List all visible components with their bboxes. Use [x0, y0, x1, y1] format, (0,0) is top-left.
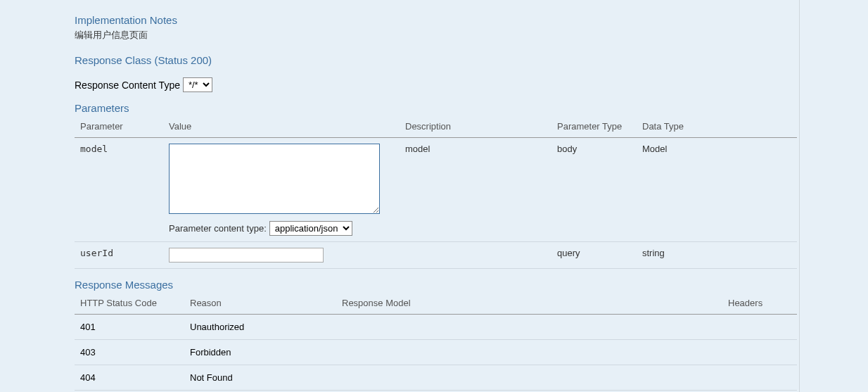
param-description: model — [400, 138, 551, 242]
col-data-type: Data Type — [637, 117, 797, 138]
resp-reason: Forbidden — [184, 340, 336, 365]
param-type: body — [551, 138, 637, 242]
resp-reason: Unauthorized — [184, 315, 336, 340]
param-name: model — [75, 138, 163, 242]
response-content-type-label: Response Content Type — [75, 80, 180, 91]
implementation-notes-heading: Implementation Notes — [75, 14, 797, 26]
param-content-type-select[interactable]: application/json — [269, 221, 352, 236]
response-row-401: 401 Unauthorized — [75, 315, 797, 340]
response-class-heading: Response Class (Status 200) — [75, 54, 797, 66]
param-data-type: string — [637, 242, 797, 269]
param-value-textarea[interactable] — [169, 144, 380, 214]
resp-model — [336, 340, 722, 365]
col-parameter-type: Parameter Type — [551, 117, 637, 138]
response-row-403: 403 Forbidden — [75, 340, 797, 365]
response-row-404: 404 Not Found — [75, 365, 797, 391]
param-type: query — [551, 242, 637, 269]
col-response-model: Response Model — [336, 293, 722, 315]
implementation-notes-text: 编辑用户信息页面 — [75, 29, 797, 42]
resp-model — [336, 315, 722, 340]
parameter-row-userid: userId query string — [75, 242, 797, 269]
param-name: userId — [75, 242, 163, 269]
col-value: Value — [163, 117, 400, 138]
response-content-type-row: Response Content Type */* — [75, 77, 797, 92]
resp-headers — [722, 340, 797, 365]
response-content-type-select[interactable]: */* — [183, 77, 212, 92]
col-description: Description — [400, 117, 551, 138]
parameter-row-model: model Parameter content type: applicatio… — [75, 138, 797, 242]
resp-headers — [722, 365, 797, 391]
col-headers: Headers — [722, 293, 797, 315]
param-content-type-row: Parameter content type: application/json — [169, 221, 394, 236]
col-parameter: Parameter — [75, 117, 163, 138]
parameters-header-row: Parameter Value Description Parameter Ty… — [75, 117, 797, 138]
resp-headers — [722, 315, 797, 340]
resp-code: 403 — [75, 340, 184, 365]
param-content-type-label: Parameter content type: — [169, 223, 267, 234]
resp-code: 401 — [75, 315, 184, 340]
param-data-type: Model — [637, 138, 797, 242]
parameters-table: Parameter Value Description Parameter Ty… — [75, 117, 797, 269]
col-reason: Reason — [184, 293, 336, 315]
response-messages-header-row: HTTP Status Code Reason Response Model H… — [75, 293, 797, 315]
response-messages-table: HTTP Status Code Reason Response Model H… — [75, 293, 797, 391]
panel-divider — [799, 0, 800, 392]
param-value-input[interactable] — [169, 248, 324, 263]
api-doc-panel: Implementation Notes 编辑用户信息页面 Response C… — [0, 0, 868, 392]
response-messages-heading: Response Messages — [75, 279, 797, 291]
resp-model — [336, 365, 722, 391]
resp-reason: Not Found — [184, 365, 336, 391]
resp-code: 404 — [75, 365, 184, 391]
param-description — [400, 242, 551, 269]
col-status-code: HTTP Status Code — [75, 293, 184, 315]
parameters-heading: Parameters — [75, 102, 797, 114]
